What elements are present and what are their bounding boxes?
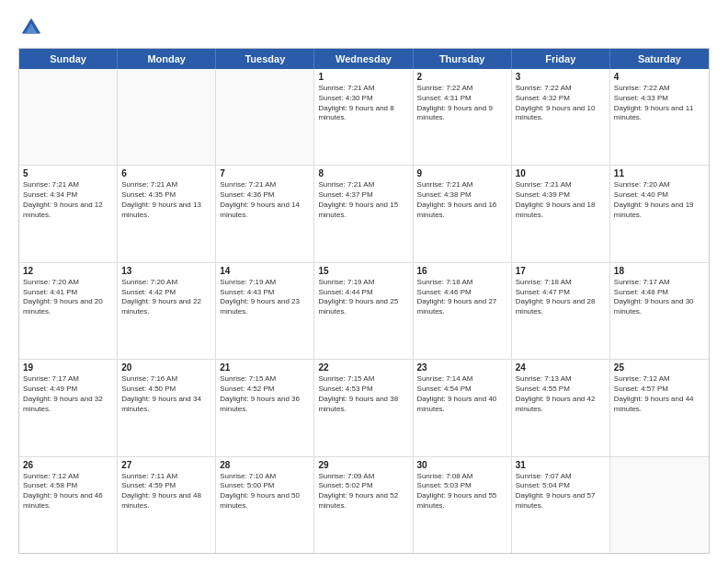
day-number: 15 [318, 266, 408, 276]
calendar: SundayMondayTuesdayWednesdayThursdayFrid… [18, 48, 710, 554]
cell-content: Sunrise: 7:22 AM Sunset: 4:31 PM Dayligh… [417, 84, 507, 123]
cell-content: Sunrise: 7:16 AM Sunset: 4:50 PM Dayligh… [121, 374, 211, 414]
cell-content: Sunrise: 7:17 AM Sunset: 4:48 PM Dayligh… [614, 278, 705, 317]
day-number: 31 [516, 460, 606, 470]
cal-cell-2: 2Sunrise: 7:22 AM Sunset: 4:31 PM Daylig… [414, 69, 512, 165]
cal-cell-8: 8Sunrise: 7:21 AM Sunset: 4:37 PM Daylig… [314, 166, 413, 261]
cell-content: Sunrise: 7:15 AM Sunset: 4:52 PM Dayligh… [220, 374, 310, 414]
cell-content: Sunrise: 7:18 AM Sunset: 4:46 PM Dayligh… [417, 278, 507, 317]
day-number: 12 [23, 266, 113, 276]
day-header-wednesday: Wednesday [314, 49, 413, 69]
day-number: 26 [23, 460, 113, 470]
cell-content: Sunrise: 7:14 AM Sunset: 4:54 PM Dayligh… [417, 374, 507, 414]
day-number: 13 [121, 266, 211, 276]
cell-content: Sunrise: 7:21 AM Sunset: 4:36 PM Dayligh… [220, 180, 310, 220]
cal-cell-27: 27Sunrise: 7:11 AM Sunset: 4:59 PM Dayli… [118, 457, 216, 553]
cell-content: Sunrise: 7:12 AM Sunset: 4:57 PM Dayligh… [614, 374, 705, 414]
cell-content: Sunrise: 7:21 AM Sunset: 4:30 PM Dayligh… [318, 84, 408, 123]
day-header-saturday: Saturday [610, 49, 709, 69]
cal-cell-26: 26Sunrise: 7:12 AM Sunset: 4:58 PM Dayli… [19, 457, 118, 553]
day-header-thursday: Thursday [414, 49, 512, 69]
day-number: 5 [23, 168, 113, 178]
day-number: 21 [220, 362, 310, 373]
cal-cell-12: 12Sunrise: 7:20 AM Sunset: 4:41 PM Dayli… [19, 263, 118, 359]
cell-content: Sunrise: 7:21 AM Sunset: 4:35 PM Dayligh… [121, 180, 211, 220]
cal-cell-25: 25Sunrise: 7:12 AM Sunset: 4:57 PM Dayli… [610, 360, 709, 455]
cell-content: Sunrise: 7:19 AM Sunset: 4:44 PM Dayligh… [318, 278, 408, 317]
page: SundayMondayTuesdayWednesdayThursdayFrid… [0, 0, 728, 563]
day-header-monday: Monday [118, 49, 216, 69]
day-number: 27 [121, 460, 211, 470]
day-header-sunday: Sunday [19, 49, 118, 69]
calendar-body: 1Sunrise: 7:21 AM Sunset: 4:30 PM Daylig… [19, 69, 709, 553]
day-number: 11 [614, 168, 705, 178]
cell-content: Sunrise: 7:11 AM Sunset: 4:59 PM Dayligh… [121, 472, 211, 511]
cal-cell-29: 29Sunrise: 7:09 AM Sunset: 5:02 PM Dayli… [314, 457, 413, 553]
cell-content: Sunrise: 7:13 AM Sunset: 4:55 PM Dayligh… [516, 374, 606, 414]
cal-cell-1: 1Sunrise: 7:21 AM Sunset: 4:30 PM Daylig… [314, 69, 413, 165]
cal-cell-14: 14Sunrise: 7:19 AM Sunset: 4:43 PM Dayli… [216, 263, 314, 359]
cal-cell-10: 10Sunrise: 7:21 AM Sunset: 4:39 PM Dayli… [512, 166, 610, 261]
cell-content: Sunrise: 7:21 AM Sunset: 4:39 PM Dayligh… [516, 180, 606, 220]
day-number: 1 [318, 72, 408, 82]
cell-content: Sunrise: 7:15 AM Sunset: 4:53 PM Dayligh… [318, 374, 408, 414]
day-number: 19 [23, 362, 113, 373]
cal-cell-empty-4-6 [610, 457, 709, 553]
day-number: 10 [516, 168, 606, 178]
day-number: 16 [417, 266, 507, 276]
cal-cell-24: 24Sunrise: 7:13 AM Sunset: 4:55 PM Dayli… [512, 360, 610, 455]
cal-cell-9: 9Sunrise: 7:21 AM Sunset: 4:38 PM Daylig… [414, 166, 512, 261]
cal-cell-18: 18Sunrise: 7:17 AM Sunset: 4:48 PM Dayli… [610, 263, 709, 359]
cal-cell-21: 21Sunrise: 7:15 AM Sunset: 4:52 PM Dayli… [216, 360, 314, 455]
week-row-1: 1Sunrise: 7:21 AM Sunset: 4:30 PM Daylig… [19, 69, 709, 166]
cal-cell-23: 23Sunrise: 7:14 AM Sunset: 4:54 PM Dayli… [414, 360, 512, 455]
logo-icon [18, 15, 44, 40]
cal-cell-30: 30Sunrise: 7:08 AM Sunset: 5:03 PM Dayli… [414, 457, 512, 553]
cal-cell-31: 31Sunrise: 7:07 AM Sunset: 5:04 PM Dayli… [512, 457, 610, 553]
day-number: 28 [220, 460, 310, 470]
day-number: 4 [614, 72, 705, 82]
cell-content: Sunrise: 7:09 AM Sunset: 5:02 PM Dayligh… [318, 472, 408, 511]
cal-cell-22: 22Sunrise: 7:15 AM Sunset: 4:53 PM Dayli… [314, 360, 413, 455]
day-number: 17 [516, 266, 606, 276]
week-row-2: 5Sunrise: 7:21 AM Sunset: 4:34 PM Daylig… [19, 166, 709, 262]
cal-cell-13: 13Sunrise: 7:20 AM Sunset: 4:42 PM Dayli… [118, 263, 216, 359]
cell-content: Sunrise: 7:21 AM Sunset: 4:34 PM Dayligh… [23, 180, 113, 220]
day-number: 3 [516, 72, 606, 82]
cal-cell-empty-0-2 [216, 69, 314, 165]
day-number: 29 [318, 460, 408, 470]
cal-cell-empty-0-1 [118, 69, 216, 165]
day-header-friday: Friday [512, 49, 610, 69]
cell-content: Sunrise: 7:20 AM Sunset: 4:41 PM Dayligh… [23, 278, 113, 317]
cell-content: Sunrise: 7:20 AM Sunset: 4:42 PM Dayligh… [121, 278, 211, 317]
cell-content: Sunrise: 7:12 AM Sunset: 4:58 PM Dayligh… [23, 472, 113, 511]
day-number: 30 [417, 460, 507, 470]
day-number: 14 [220, 266, 310, 276]
day-number: 20 [121, 362, 211, 373]
day-header-tuesday: Tuesday [216, 49, 314, 69]
day-number: 18 [614, 266, 705, 276]
cell-content: Sunrise: 7:07 AM Sunset: 5:04 PM Dayligh… [516, 472, 606, 511]
cell-content: Sunrise: 7:21 AM Sunset: 4:38 PM Dayligh… [417, 180, 507, 220]
cal-cell-empty-0-0 [19, 69, 118, 165]
week-row-5: 26Sunrise: 7:12 AM Sunset: 4:58 PM Dayli… [19, 457, 709, 553]
day-number: 2 [417, 72, 507, 82]
cal-cell-6: 6Sunrise: 7:21 AM Sunset: 4:35 PM Daylig… [118, 166, 216, 261]
cell-content: Sunrise: 7:17 AM Sunset: 4:49 PM Dayligh… [23, 374, 113, 414]
week-row-4: 19Sunrise: 7:17 AM Sunset: 4:49 PM Dayli… [19, 360, 709, 456]
cal-cell-20: 20Sunrise: 7:16 AM Sunset: 4:50 PM Dayli… [118, 360, 216, 455]
cal-cell-17: 17Sunrise: 7:18 AM Sunset: 4:47 PM Dayli… [512, 263, 610, 359]
day-number: 23 [417, 362, 507, 373]
cal-cell-15: 15Sunrise: 7:19 AM Sunset: 4:44 PM Dayli… [314, 263, 413, 359]
cal-cell-16: 16Sunrise: 7:18 AM Sunset: 4:46 PM Dayli… [414, 263, 512, 359]
day-number: 7 [220, 168, 310, 178]
cal-cell-28: 28Sunrise: 7:10 AM Sunset: 5:00 PM Dayli… [216, 457, 314, 553]
day-number: 25 [614, 362, 705, 373]
calendar-header: SundayMondayTuesdayWednesdayThursdayFrid… [19, 49, 709, 69]
cell-content: Sunrise: 7:08 AM Sunset: 5:03 PM Dayligh… [417, 472, 507, 511]
cell-content: Sunrise: 7:10 AM Sunset: 5:00 PM Dayligh… [220, 472, 310, 511]
header [18, 15, 710, 40]
cal-cell-7: 7Sunrise: 7:21 AM Sunset: 4:36 PM Daylig… [216, 166, 314, 261]
cell-content: Sunrise: 7:20 AM Sunset: 4:40 PM Dayligh… [614, 180, 705, 220]
cell-content: Sunrise: 7:22 AM Sunset: 4:33 PM Dayligh… [614, 84, 705, 123]
